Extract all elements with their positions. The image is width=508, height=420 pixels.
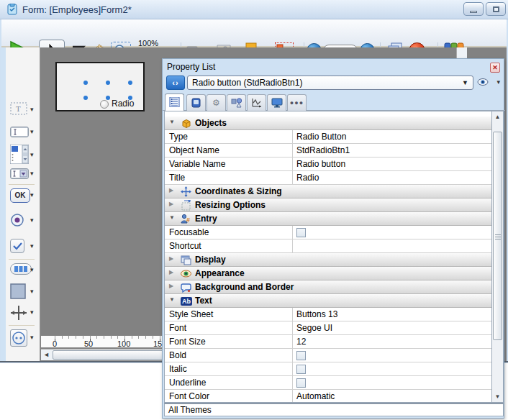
input-field-dropdown-arrow[interactable]: ▾ <box>30 128 34 135</box>
view-options-button[interactable]: ▾ <box>477 77 500 88</box>
triangle-expanded-icon[interactable]: ▼ <box>169 214 175 221</box>
tab-display-monitor[interactable] <box>267 94 286 111</box>
prop-value[interactable]: Radio <box>296 173 319 183</box>
input-field-tool[interactable] <box>10 127 29 137</box>
section-resizing-options[interactable]: ▶ Resizing Options <box>165 198 491 212</box>
section-display[interactable]: ▶ Display <box>165 253 491 267</box>
list-box-tool[interactable] <box>10 145 29 164</box>
minimize-icon <box>470 11 477 13</box>
ellipsis-icon: ●●● <box>290 99 304 106</box>
rectangle-dropdown-arrow[interactable]: ▾ <box>30 288 34 295</box>
scroll-thumb[interactable] <box>493 132 502 340</box>
focusable-checkbox[interactable] <box>296 228 306 237</box>
prop-value[interactable]: 12 <box>296 337 306 347</box>
rectangle-tool[interactable] <box>10 283 26 299</box>
prop-value[interactable]: StdRadioBtn1 <box>296 145 350 155</box>
form-page-area[interactable]: Radio <box>55 62 145 111</box>
prop-row-object-name[interactable]: Object Name StdRadioBtn1 <box>165 144 491 158</box>
triangle-expanded-icon[interactable]: ▼ <box>169 296 175 303</box>
selection-handle[interactable] <box>128 81 132 85</box>
section-entry[interactable]: ▼ # Entry <box>165 212 491 226</box>
scroll-up-arrow-icon[interactable]: ▲ <box>493 112 502 122</box>
section-text[interactable]: ▼ Ab Text <box>165 294 491 308</box>
tab-more[interactable]: ●●● <box>287 94 307 111</box>
property-rows: ▼ Objects Type Radio Button Object Name … <box>164 111 492 403</box>
list-box-dropdown-arrow[interactable]: ▾ <box>30 151 34 158</box>
window-titlebar[interactable]: Form: [Employees]Form2* <box>0 0 508 19</box>
splitter-tool[interactable] <box>10 305 27 321</box>
italic-checkbox[interactable] <box>296 365 306 374</box>
plugin-area-tool[interactable] <box>10 329 27 347</box>
prop-row-focusable[interactable]: Focusable <box>165 226 491 239</box>
checkbox-dropdown-arrow[interactable]: ▾ <box>30 242 34 250</box>
button-tool[interactable]: OK <box>10 188 30 203</box>
splitter-dropdown-arrow[interactable]: ▾ <box>30 309 34 316</box>
triangle-collapsed-icon[interactable]: ▶ <box>169 269 173 275</box>
eye-icon <box>477 77 490 87</box>
view-dropdown-arrow: ▾ <box>496 78 500 86</box>
bold-checkbox[interactable] <box>296 351 306 360</box>
button-bar-dropdown-arrow[interactable]: ▾ <box>30 266 34 273</box>
prop-row-type[interactable]: Type Radio Button <box>165 130 491 144</box>
section-background-border[interactable]: ▶ Background and Border <box>165 280 491 294</box>
prop-value[interactable]: Radio Button <box>296 132 346 142</box>
underline-checkbox[interactable] <box>296 378 306 388</box>
radio-button-glyph <box>100 100 109 109</box>
button-bar-tool[interactable] <box>10 263 32 275</box>
section-objects[interactable]: ▼ Objects <box>165 117 491 130</box>
static-text-dropdown-arrow[interactable]: ▾ <box>30 106 34 113</box>
prop-value[interactable]: Automatic <box>296 391 335 401</box>
combo-box-tool[interactable] <box>10 168 29 179</box>
tab-objects-shapes[interactable] <box>227 94 246 111</box>
object-selector-dropdown[interactable]: Radio button (StdRadioBtn1) ▼ <box>187 76 473 90</box>
triangle-collapsed-icon[interactable]: ▶ <box>169 255 173 262</box>
prop-row-shortcut[interactable]: Shortcut <box>165 239 491 253</box>
checkbox-tool[interactable] <box>10 239 24 253</box>
selection-handle[interactable] <box>106 96 110 100</box>
prop-row-font-color[interactable]: Font Color Automatic <box>165 390 491 403</box>
form-document-icon <box>6 4 18 15</box>
triangle-collapsed-icon[interactable]: ▶ <box>169 283 173 289</box>
close-button[interactable]: ✕ <box>490 63 500 73</box>
prop-row-font-size[interactable]: Font Size 12 <box>165 335 491 349</box>
prop-value[interactable]: Radio button <box>296 159 345 169</box>
tab-description[interactable] <box>186 94 206 111</box>
svg-text:T: T <box>16 104 21 113</box>
radio-button-tool[interactable] <box>10 213 24 227</box>
maximize-icon <box>493 6 499 12</box>
prop-row-style-sheet[interactable]: Style Sheet Buttons 13 <box>165 308 491 321</box>
tab-all-properties[interactable] <box>165 93 184 111</box>
prop-row-italic[interactable]: Italic <box>165 362 491 376</box>
selection-handle[interactable] <box>83 96 88 100</box>
triangle-collapsed-icon[interactable]: ▶ <box>169 201 173 207</box>
prop-label: Font <box>169 323 186 333</box>
property-list-scrollbar[interactable]: ▲ ▼ <box>491 111 504 403</box>
prop-row-variable-name[interactable]: Variable Name Radio button <box>165 158 491 171</box>
prev-next-object-button[interactable]: ‹› <box>166 76 185 90</box>
prop-value[interactable]: Buttons 13 <box>296 309 337 319</box>
selection-handle[interactable] <box>83 81 88 85</box>
prop-row-underline[interactable]: Underline <box>165 376 491 390</box>
tab-events-chart[interactable] <box>247 94 266 111</box>
prop-row-title[interactable]: Title Radio <box>165 171 491 185</box>
scroll-down-arrow-icon[interactable]: ▼ <box>493 392 502 401</box>
prop-value[interactable]: Segoe UI <box>296 323 332 333</box>
triangle-collapsed-icon[interactable]: ▶ <box>169 187 173 193</box>
prop-row-bold[interactable]: Bold <box>165 349 491 362</box>
static-text-tool[interactable]: T <box>10 102 27 115</box>
triangle-expanded-icon[interactable]: ▼ <box>169 119 175 125</box>
themes-footer[interactable]: All Themes <box>164 403 504 416</box>
minimize-button[interactable] <box>463 2 484 16</box>
section-coordinates-sizing[interactable]: ▶ Coordinates & Sizing <box>165 185 491 198</box>
maximize-button[interactable] <box>486 2 506 16</box>
selection-handle[interactable] <box>106 81 110 85</box>
section-appearance[interactable]: ▶ Appearance <box>165 267 491 280</box>
radio-dropdown-arrow[interactable]: ▾ <box>30 216 34 224</box>
button-dropdown-arrow[interactable]: ▾ <box>30 191 34 198</box>
combo-box-dropdown-arrow[interactable]: ▾ <box>30 170 34 177</box>
selection-handle[interactable] <box>128 96 132 100</box>
tab-action[interactable]: ⚙ <box>207 94 226 111</box>
prop-row-font[interactable]: Font Segoe UI <box>165 321 491 335</box>
plugin-dropdown-arrow[interactable]: ▾ <box>30 334 34 341</box>
scroll-left-arrow-icon[interactable]: ◄ <box>41 350 52 360</box>
